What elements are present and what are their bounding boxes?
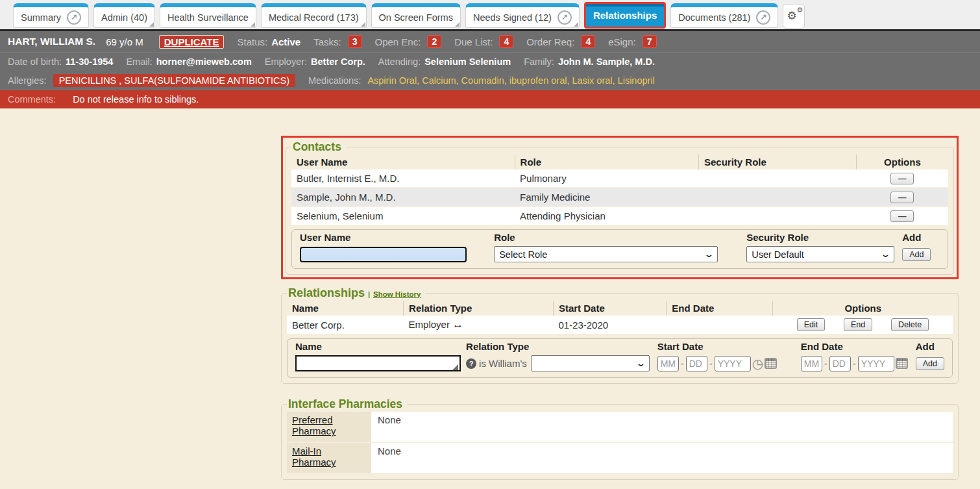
add-contact-button[interactable]: Add: [902, 248, 931, 261]
popout-icon[interactable]: ↗: [67, 10, 81, 25]
family-label: Family:: [524, 56, 554, 67]
contact-role: Attending Physician: [515, 207, 698, 225]
tab-label: Relationships: [593, 10, 657, 21]
calendar-icon[interactable]: [765, 358, 777, 369]
pharmacies-table: Preferred Pharmacy None Mail-In Pharmacy…: [287, 412, 953, 474]
contacts-annotation-box: Contacts User Name Role Security Role Op…: [281, 136, 959, 279]
relationship-type-select[interactable]: ⌄: [531, 355, 650, 371]
rel-header-end: End Date: [667, 301, 773, 316]
tab-admin[interactable]: Admin (40): [93, 3, 155, 28]
add-rel-header-type: Relation Type: [462, 339, 654, 354]
esign-count-badge[interactable]: 7: [643, 35, 657, 48]
relationship-is-text: is William's: [479, 358, 527, 369]
tab-menu-fold-icon: [149, 22, 154, 27]
calendar-icon[interactable]: [896, 358, 908, 369]
contacts-header-security: Security Role: [698, 155, 856, 169]
patient-banner-row1: HART, WILLIAM S. 69 y/o M DUPLICATE Stat…: [0, 31, 980, 52]
due-list-count-badge[interactable]: 4: [499, 35, 513, 48]
employer-value: Better Corp.: [311, 56, 365, 67]
patient-name: HART, WILLIAM S.: [8, 36, 95, 47]
end-relationship-button[interactable]: End: [844, 318, 872, 331]
resize-grip-icon[interactable]: [452, 364, 458, 370]
family-value: John M. Sample, M.D.: [558, 56, 655, 67]
medications-value[interactable]: Aspirin Oral, Calcium, Coumadin, ibuprof…: [367, 75, 654, 86]
remove-contact-button[interactable]: —: [890, 173, 914, 184]
contacts-table: User Name Role Security Role Options But…: [291, 155, 948, 226]
status-value: Active: [271, 36, 300, 47]
tab-medical-record[interactable]: Medical Record (173): [261, 3, 367, 28]
dob-value: 11-30-1954: [66, 56, 113, 67]
contact-security-selected: User Default: [752, 249, 804, 260]
start-month-input[interactable]: [657, 356, 679, 371]
rel-header-name: Name: [287, 301, 404, 316]
edit-relationship-button[interactable]: Edit: [797, 318, 826, 331]
remove-contact-button[interactable]: —: [890, 192, 914, 203]
popout-icon[interactable]: ↗: [557, 10, 572, 25]
show-history-link[interactable]: Show History: [373, 290, 421, 298]
relationship-type: Employer: [409, 319, 450, 330]
attending-value: Selenium Selenium: [424, 56, 511, 67]
tab-bar: Summary ↗ Admin (40) Health Surveillance…: [0, 0, 980, 31]
esign-label: eSign:: [608, 36, 636, 47]
contact-role: Pulmonary: [515, 169, 698, 188]
contact-user-name-input[interactable]: [300, 247, 467, 262]
start-year-input[interactable]: [715, 356, 751, 371]
end-year-input[interactable]: [858, 356, 894, 371]
tab-needs-signed[interactable]: Needs Signed (12) ↗: [465, 3, 580, 28]
relationships-table: Name Relation Type Start Date End Date O…: [287, 301, 953, 335]
chevron-down-icon: ⌄: [704, 249, 714, 259]
contact-user-name: Butler, Internist E., M.D.: [291, 169, 515, 188]
clock-icon[interactable]: ◷: [752, 357, 763, 370]
tab-summary[interactable]: Summary ↗: [13, 3, 89, 28]
pharmacy-row: Preferred Pharmacy None: [287, 412, 953, 442]
relationship-row: Better Corp. Employer ↔ 01-23-2020 Edit …: [287, 316, 953, 334]
tab-label: Admin (40): [101, 12, 147, 23]
add-relationship-button[interactable]: Add: [916, 357, 944, 370]
mail-in-pharmacy-link[interactable]: Mail-In Pharmacy: [292, 445, 344, 468]
end-month-input[interactable]: [801, 356, 822, 371]
settings-gear-button[interactable]: ⚙ ⚙: [783, 4, 805, 29]
comments-label: Comments:: [8, 94, 56, 105]
add-rel-header-add: Add: [912, 339, 948, 354]
relationship-name-input[interactable]: [295, 355, 461, 371]
end-day-input[interactable]: [829, 356, 851, 371]
add-relationship-box: Name Relation Type Start Date End Date A…: [287, 338, 953, 378]
help-question-icon[interactable]: ?: [466, 358, 476, 369]
tab-health-surveillance[interactable]: Health Surveillance: [160, 3, 256, 28]
contact-role-selected: Select Role: [499, 249, 547, 260]
contact-role-select[interactable]: Select Role ⌄: [494, 246, 718, 262]
email-value: horner@mieweb.com: [156, 56, 252, 67]
tab-menu-fold-icon: [455, 22, 459, 27]
order-req-count-badge[interactable]: 4: [581, 35, 595, 48]
add-rel-header-end: End Date: [797, 339, 912, 354]
delete-relationship-button[interactable]: Delete: [891, 318, 929, 331]
tab-menu-fold-icon: [574, 22, 578, 27]
contacts-header-user: User Name: [291, 155, 515, 169]
preferred-pharmacy-link[interactable]: Preferred Pharmacy: [292, 414, 344, 436]
attending-label: Attending:: [378, 56, 421, 67]
tab-documents[interactable]: Documents (281) ↗: [670, 3, 778, 28]
duplicate-badge[interactable]: DUPLICATE: [159, 35, 225, 49]
popout-icon[interactable]: ↗: [756, 10, 770, 25]
contact-user-name: Sample, John M., M.D.: [291, 188, 515, 207]
contact-security-role-select[interactable]: User Default ⌄: [746, 246, 894, 262]
tasks-count-badge[interactable]: 3: [348, 35, 362, 48]
allergies-badge[interactable]: PENICILLINS , SULFA(SULFONAMIDE ANTIBIOT…: [53, 74, 295, 87]
add-contact-header-security: Security Role: [742, 230, 898, 245]
main-content: Contacts User Name Role Security Role Op…: [0, 108, 980, 489]
employer-label: Employer:: [265, 56, 307, 67]
chevron-down-icon: ⌄: [636, 358, 646, 368]
status-label: Status:: [237, 36, 267, 47]
start-day-input[interactable]: [686, 356, 707, 371]
relationships-title: Relationships: [288, 286, 365, 299]
tab-relationships[interactable]: Relationships: [584, 2, 666, 29]
patient-age-sex: 69 y/o M: [106, 36, 143, 47]
remove-contact-button[interactable]: —: [890, 210, 914, 222]
email-label: Email:: [126, 56, 152, 67]
contact-user-name: Selenium, Selenium: [291, 207, 515, 225]
contact-security-role: [698, 207, 856, 225]
open-enc-count-badge[interactable]: 2: [427, 35, 441, 48]
add-contact-header-role: Role: [490, 230, 742, 245]
contact-row: Selenium, Selenium Attending Physician —: [291, 207, 948, 225]
tab-on-screen-forms[interactable]: On Screen Forms: [371, 3, 461, 28]
